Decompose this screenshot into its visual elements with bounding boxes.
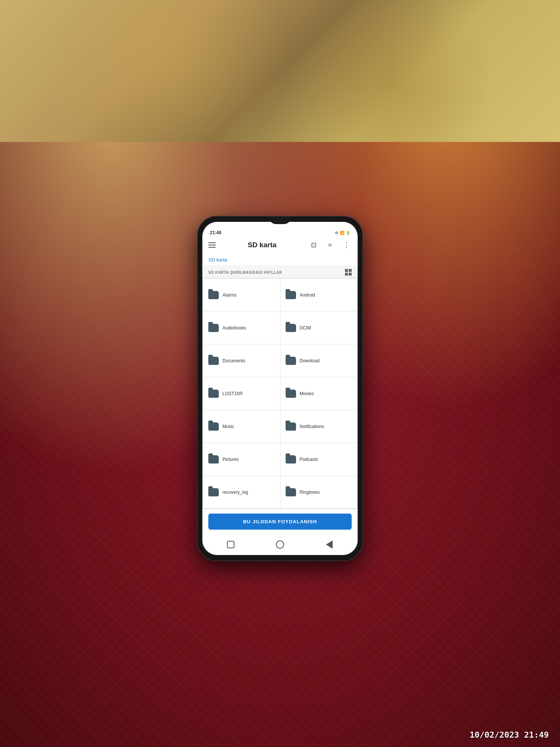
folder-item[interactable]: LOST.DIR [203,377,280,410]
folder-name: Notifications [300,424,324,429]
nav-bar [202,534,358,555]
folder-icon [208,390,219,398]
folder-item[interactable]: Android [280,279,357,311]
folder-item[interactable]: DCIM [280,311,357,344]
folder-view-button[interactable]: ⊡ [308,240,319,250]
section-header: SD KARTA QURILMASIDAGI FAYLLAR [202,265,358,278]
folder-item[interactable]: recovery_log [203,476,280,508]
folder-name: Ringtones [300,490,320,495]
signal-icon: 📶 [340,231,344,235]
folder-item[interactable]: Pictures [203,443,280,475]
folder-icon [286,488,296,496]
folder-name: Download [300,358,320,363]
folder-icon [208,422,219,431]
timestamp: 10/02/2023 21:49 [470,730,549,740]
scene: 21:48 ⚙ 📶 🔋 SD karta ⊡ ≡ ⋮ [0,0,560,747]
square-icon [227,541,234,548]
folder-name: Android [300,292,315,298]
folder-icon [286,390,296,398]
folder-icon [208,357,219,365]
breadcrumb: SD karta [202,254,358,265]
section-title: SD KARTA QURILMASIDAGI FAYLLAR [208,270,282,275]
folder-name: Movies [300,391,314,396]
folder-icon [286,455,296,464]
folder-name: recovery_log [223,490,248,495]
folder-icon [208,324,219,332]
folder-item[interactable]: Alarms [203,279,280,311]
phone-screen: 21:48 ⚙ 📶 🔋 SD karta ⊡ ≡ ⋮ [202,222,358,555]
status-time: 21:48 [210,230,221,235]
folder-name: Alarms [223,292,236,298]
folder-icon [208,455,219,464]
circle-icon [276,540,284,549]
battery-icon: 🔋 [346,231,350,235]
folder-icon [286,357,296,365]
folder-item[interactable]: Music [203,410,280,443]
folder-icon [286,291,296,299]
breadcrumb-text[interactable]: SD karta [208,257,227,263]
recent-apps-button[interactable] [224,538,237,551]
sort-button[interactable]: ≡ [325,240,335,250]
folder-icon [208,488,219,496]
folder-name: Music [223,424,234,429]
folder-item[interactable]: Download [280,344,357,377]
folder-item[interactable]: Movies [280,377,357,410]
home-button[interactable] [273,538,287,551]
app-bar: SD karta ⊡ ≡ ⋮ [202,236,358,254]
menu-button[interactable] [208,242,216,248]
app-title: SD karta [222,241,302,249]
grid-view-icon[interactable] [345,269,352,276]
folder-item[interactable]: Documents [203,344,280,377]
status-icons: ⚙ 📶 🔋 [335,231,350,235]
folder-name: DCIM [300,325,311,331]
phone-body: 21:48 ⚙ 📶 🔋 SD karta ⊡ ≡ ⋮ [198,217,362,560]
folder-icon [208,291,219,299]
more-options-button[interactable]: ⋮ [341,240,352,250]
settings-icon: ⚙ [335,231,338,235]
folder-icon [286,422,296,431]
triangle-icon [326,540,333,549]
folder-item[interactable]: Podcasts [280,443,357,475]
folder-item[interactable]: Notifications [280,410,357,443]
phone-wrapper: 21:48 ⚙ 📶 🔋 SD karta ⊡ ≡ ⋮ [198,217,362,560]
file-grid: Alarms Android Audiobooks DCIM Documents… [202,278,358,509]
folder-item[interactable]: Audiobooks [203,311,280,344]
folder-item[interactable]: Ringtones [280,476,357,508]
folder-name: LOST.DIR [223,391,243,396]
folder-name: Pictures [223,457,239,462]
back-button[interactable] [323,538,336,551]
use-folder-button[interactable]: BU JILDDAN FOYDALANISH [208,514,352,530]
folder-icon [286,324,296,332]
folder-name: Podcasts [300,457,318,462]
bottom-btn-area: BU JILDDAN FOYDALANISH [202,509,358,534]
folder-name: Documents [223,358,245,363]
folder-name: Audiobooks [223,325,246,331]
